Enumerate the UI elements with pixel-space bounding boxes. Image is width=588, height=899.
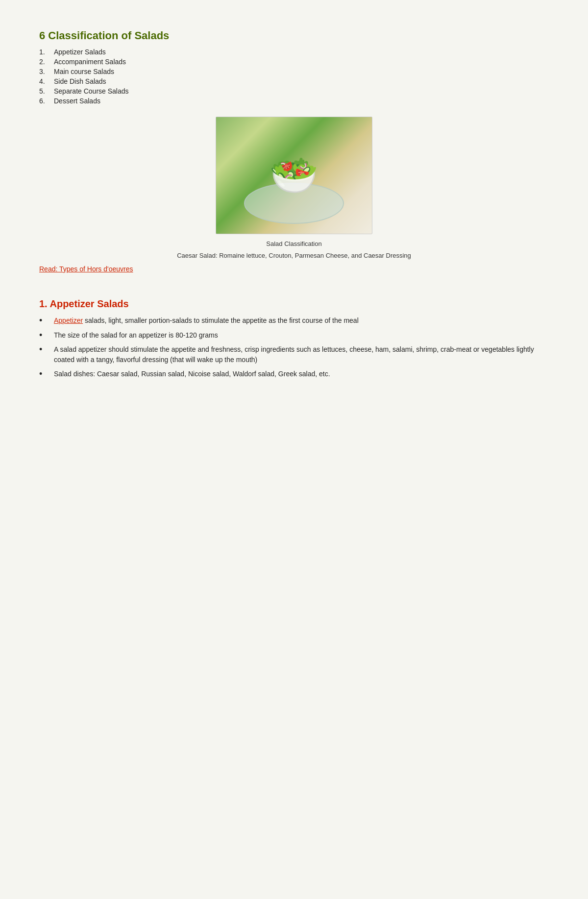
- classification-heading: 6 Classification of Salads: [39, 29, 549, 42]
- appetizer-link[interactable]: Appetizer: [54, 316, 83, 324]
- bullet-icon-1: •: [39, 316, 54, 326]
- bullet-text-3: A salad appetizer should stimulate the a…: [54, 344, 549, 365]
- list-text-1: Appetizer Salads: [54, 48, 106, 56]
- bullet-item-2: • The size of the salad for an appetizer…: [39, 330, 549, 341]
- list-text-4: Side Dish Salads: [54, 77, 106, 85]
- list-item-4: 4. Side Dish Salads: [39, 77, 549, 85]
- bullet-text-1: Appetizer salads, light, smaller portion…: [54, 316, 359, 326]
- appetizer-heading: 1. Appetizer Salads: [39, 298, 549, 310]
- list-text-5: Separate Course Salads: [54, 87, 129, 95]
- bullet-icon-4: •: [39, 369, 54, 380]
- list-item-6: 6. Dessert Salads: [39, 97, 549, 105]
- list-num-3: 3.: [39, 68, 54, 75]
- list-text-6: Dessert Salads: [54, 97, 100, 105]
- bullet-item-4: • Salad dishes: Caesar salad, Russian sa…: [39, 369, 549, 380]
- salad-image: [216, 117, 372, 234]
- bullet-icon-3: •: [39, 344, 54, 365]
- list-item-2: 2. Accompaniment Salads: [39, 58, 549, 66]
- bullet-item-1: • Appetizer salads, light, smaller porti…: [39, 316, 549, 326]
- list-item-1: 1. Appetizer Salads: [39, 48, 549, 56]
- bullet-text-2: The size of the salad for an appetizer i…: [54, 330, 218, 341]
- list-num-6: 6.: [39, 97, 54, 105]
- section-classification: 6 Classification of Salads 1. Appetizer …: [39, 29, 549, 283]
- image-caption-1: Salad Classification: [39, 239, 549, 249]
- section-appetizer: 1. Appetizer Salads • Appetizer salads, …: [39, 298, 549, 380]
- list-text-2: Accompaniment Salads: [54, 58, 126, 66]
- bullet-item-3: • A salad appetizer should stimulate the…: [39, 344, 549, 365]
- list-num-1: 1.: [39, 48, 54, 56]
- list-num-5: 5.: [39, 87, 54, 95]
- bullet-icon-2: •: [39, 330, 54, 341]
- list-num-2: 2.: [39, 58, 54, 66]
- appetizer-bullet-list: • Appetizer salads, light, smaller porti…: [39, 316, 549, 380]
- bullet-text-4: Salad dishes: Caesar salad, Russian sala…: [54, 369, 330, 380]
- list-item-3: 3. Main course Salads: [39, 68, 549, 75]
- list-num-4: 4.: [39, 77, 54, 85]
- read-link[interactable]: Read: Types of Hors d'oeuvres: [39, 265, 133, 273]
- list-item-5: 5. Separate Course Salads: [39, 87, 549, 95]
- image-container: [39, 117, 549, 234]
- image-caption-2: Caesar Salad: Romaine lettuce, Crouton, …: [39, 251, 549, 261]
- classification-list: 1. Appetizer Salads 2. Accompaniment Sal…: [39, 48, 549, 105]
- list-text-3: Main course Salads: [54, 68, 114, 75]
